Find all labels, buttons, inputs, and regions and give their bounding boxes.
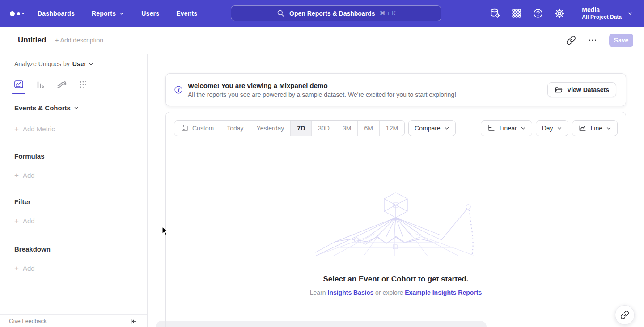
empty-state-title: Select an Event or Cohort to get started… [323,275,469,284]
section-breakdown: Breakdown [14,245,147,253]
linear-scale-icon [487,124,496,133]
tab-insights[interactable] [13,74,24,94]
plus-icon: + [14,264,19,272]
bar-chart-icon [35,79,46,90]
chevron-down-icon [521,126,526,131]
compare-button[interactable]: Compare [408,120,456,136]
project-name: Media [582,6,622,14]
range-6m[interactable]: 6M [357,121,379,136]
chevron-down-icon [557,126,562,131]
settings-gear-icon[interactable] [554,8,565,19]
data-management-icon[interactable] [490,8,500,19]
chevron-down-icon [444,126,449,131]
range-7d[interactable]: 7D [290,121,311,136]
plus-icon: + [14,217,19,225]
plus-icon: + [14,172,19,179]
help-icon[interactable] [533,8,543,19]
search-placeholder: Open Reports & Dashboards [289,10,375,17]
analyze-label: Analyze Uniques by [14,60,70,67]
range-30d[interactable]: 30D [311,121,336,136]
view-datasets-button[interactable]: View Datasets [547,82,616,97]
welcome-banner: i Welcome! You are viewing a Mixpanel de… [165,73,626,106]
add-breakdown-button[interactable]: + Add [14,264,147,272]
collapse-sidebar-icon[interactable] [129,317,137,325]
chart-toolbar: Custom Today Yesterday 7D 30D 3M 6M 12M … [166,112,626,144]
range-custom[interactable]: Custom [174,121,220,136]
folder-icon [555,86,563,94]
apps-grid-icon[interactable] [511,8,522,19]
chevron-down-icon [606,126,611,131]
analyze-by-dropdown[interactable]: User [72,60,93,67]
example-insights-reports-link[interactable]: Example Insights Reports [405,289,482,296]
link-icon [620,310,629,319]
query-builder-sidebar: Analyze Uniques by User [0,54,148,327]
report-main-area: i Welcome! You are viewing a Mixpanel de… [148,54,644,327]
info-icon: i [174,85,183,94]
project-switcher[interactable]: Media All Project Data [582,6,633,21]
range-yesterday[interactable]: Yesterday [250,121,291,136]
global-search[interactable]: Open Reports & Dashboards ⌘ + K [231,5,441,21]
report-title[interactable]: Untitled [18,36,46,45]
range-3m[interactable]: 3M [336,121,357,136]
copy-link-icon[interactable] [566,35,576,45]
granularity-dropdown[interactable]: Day [536,120,568,136]
nav-item-reports[interactable]: Reports [92,10,124,17]
give-feedback-link[interactable]: Give Feedback [9,318,47,324]
empty-state: Select an Event or Cohort to get started… [166,144,626,296]
chevron-down-icon [89,62,93,67]
range-12m[interactable]: 12M [379,121,404,136]
empty-state-illustration [309,189,483,257]
visualization-tabs [0,74,147,94]
plus-icon: + [14,125,19,133]
insights-chart-card: Custom Today Yesterday 7D 30D 3M 6M 12M … [165,112,626,327]
tab-retention[interactable] [78,74,89,94]
chevron-down-icon [627,10,633,17]
date-range-selector: Custom Today Yesterday 7D 30D 3M 6M 12M [174,120,405,136]
search-icon [276,9,285,17]
banner-subtitle: All the reports you see are powered by a… [188,91,456,98]
flow-sankey-icon [56,79,67,90]
empty-state-subtitle: Learn Insights Basics or explore Example… [310,289,482,296]
top-nav: Dashboards Reports Users Events Open Rep… [0,0,644,27]
calendar-icon [181,124,189,132]
add-formula-button[interactable]: + Add [14,172,147,179]
more-options-icon[interactable] [588,35,597,45]
report-header: Untitled + Add description... Save [0,27,644,54]
retention-grid-icon [78,79,89,90]
nav-item-users[interactable]: Users [141,10,159,17]
chart-type-dropdown[interactable]: Line [572,120,618,136]
chevron-down-icon [74,105,79,110]
mixpanel-logo[interactable] [10,11,30,16]
section-events-cohorts[interactable]: Events & Cohorts [14,104,147,112]
report-description-placeholder[interactable]: + Add description... [55,37,108,44]
tab-bar-chart[interactable] [35,74,46,94]
search-shortcut: ⌘ + K [379,10,396,17]
section-formulas: Formulas [14,152,147,160]
nav-item-events[interactable]: Events [176,10,197,17]
svg-text:i: i [178,88,180,92]
add-metric-button[interactable]: + Add Metric [14,125,147,133]
tab-flow[interactable] [56,74,67,94]
insights-basics-link[interactable]: Insights Basics [328,289,374,296]
banner-title: Welcome! You are viewing a Mixpanel demo [188,82,456,89]
scale-dropdown[interactable]: Linear [481,120,532,136]
nav-item-dashboards[interactable]: Dashboards [38,10,75,17]
line-chart-icon [578,124,587,133]
chevron-down-icon [119,11,124,16]
project-scope: All Project Data [582,14,622,21]
add-filter-button[interactable]: + Add [14,217,147,225]
share-link-fab[interactable] [615,305,635,325]
next-section-card-edge [156,321,487,327]
save-button[interactable]: Save [609,34,633,47]
range-today[interactable]: Today [220,121,250,136]
section-filter: Filter [14,198,147,205]
insights-chart-icon [13,79,24,90]
